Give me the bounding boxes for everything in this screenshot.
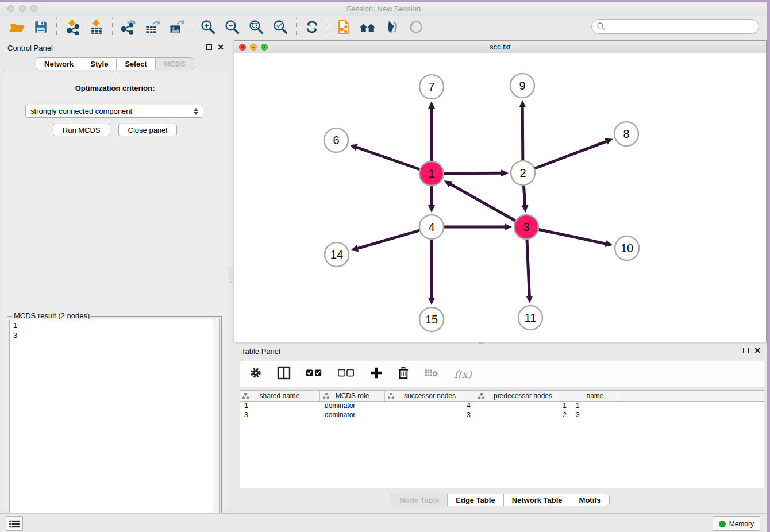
mcds-result-fieldset: MCDS result (2 nodes) 1 3	[7, 316, 222, 532]
run-mcds-button[interactable]: Run MCDS	[53, 124, 110, 136]
table-toolbar: f(x)	[240, 361, 764, 387]
graph-edge-1-6[interactable]	[356, 147, 419, 169]
mcds-result-line: 3	[13, 330, 215, 340]
network-view-window: × − + scc.txt 7968124314101511	[234, 40, 767, 342]
delete-column-button[interactable]	[424, 368, 439, 380]
task-history-button[interactable]	[6, 516, 23, 531]
mcds-panel-body: Optimization criterion: strongly connect…	[2, 72, 228, 508]
vertical-splitter-handle[interactable]	[229, 268, 233, 283]
optimization-criterion-value: strongly connected component	[30, 107, 132, 115]
memory-button[interactable]: Memory	[713, 516, 760, 531]
clone-network-button[interactable]	[332, 17, 356, 37]
select-all-icon	[306, 368, 323, 377]
gear-icon	[249, 367, 262, 379]
export-network-icon	[120, 19, 136, 35]
zoom-in-icon	[200, 19, 216, 35]
tab-style[interactable]: Style	[82, 58, 117, 70]
table-panel-title: Table Panel	[241, 347, 280, 356]
import-table-button[interactable]	[84, 17, 109, 37]
delete-row-button[interactable]	[398, 367, 409, 381]
toolbar-separator	[112, 18, 113, 36]
graph-node-label-1: 1	[428, 167, 434, 180]
zoom-fit-button[interactable]	[244, 17, 268, 37]
add-icon	[370, 367, 383, 379]
graph-edge-2-9[interactable]	[522, 107, 523, 160]
optimization-criterion-select[interactable]: strongly connected component	[25, 105, 203, 118]
close-panel-button[interactable]: Close panel	[118, 124, 178, 136]
toolbar-separator	[328, 18, 328, 36]
search-input[interactable]	[606, 21, 759, 32]
mcds-result-text[interactable]: 1 3	[9, 319, 220, 532]
float-panel-icon[interactable]	[206, 44, 212, 50]
export-network-button[interactable]	[116, 17, 140, 37]
network-canvas[interactable]: 7968124314101511	[234, 53, 766, 342]
tab-network[interactable]: Network	[36, 58, 82, 70]
export-image-button[interactable]	[164, 17, 188, 37]
toolbar-separator	[296, 18, 297, 36]
close-panel-icon[interactable]: ✕	[754, 348, 761, 353]
tab-network-table[interactable]: Network Table	[504, 494, 571, 506]
graph-node-label-7: 7	[428, 80, 434, 93]
toolbar-separator	[192, 18, 192, 36]
graph-edge-4-14[interactable]	[357, 230, 419, 249]
network-window-titlebar[interactable]: × − + scc.txt	[234, 41, 766, 53]
zoom-selected-icon	[272, 19, 288, 35]
status-bar: Memory	[0, 513, 767, 532]
show-columns-button[interactable]	[277, 366, 291, 382]
table-header-row: shared name MCDS role successor nodes pr…	[240, 391, 764, 402]
control-panel-title: Control Panel	[7, 44, 53, 52]
column-header[interactable]: shared name	[240, 391, 320, 401]
graph-edge-3-11[interactable]	[527, 240, 529, 296]
hide-details-button[interactable]	[404, 17, 428, 37]
control-panel: Control Panel ✕ Network Style Select MCD…	[0, 41, 230, 511]
memory-label: Memory	[729, 520, 754, 528]
graph-edge-2-8[interactable]	[535, 141, 607, 168]
function-builder-button[interactable]: f(x)	[454, 368, 472, 380]
tab-node-table[interactable]: Node Table	[391, 494, 448, 506]
graph-edge-1-2[interactable]	[444, 173, 502, 174]
zoom-out-button[interactable]	[220, 17, 244, 37]
export-table-button[interactable]	[140, 17, 164, 37]
control-panel-tabs: Network Style Select MCDS	[0, 57, 230, 70]
first-neighbors-button[interactable]	[356, 17, 380, 37]
graph-node-label-15: 15	[425, 313, 438, 326]
tab-mcds[interactable]: MCDS	[156, 58, 194, 70]
search-box[interactable]	[591, 19, 759, 34]
memory-status-icon	[719, 521, 726, 527]
column-header[interactable]: name	[571, 391, 619, 401]
graphics-details-button[interactable]	[380, 17, 404, 37]
tab-edge-table[interactable]: Edge Table	[448, 494, 503, 506]
save-session-button[interactable]	[29, 17, 53, 37]
graph-node-label-10: 10	[621, 242, 633, 255]
trash-icon	[398, 367, 409, 379]
table-row[interactable]: 1 dominator 4 1 1	[240, 402, 764, 411]
import-network-icon	[64, 19, 80, 35]
open-session-button[interactable]	[5, 17, 29, 37]
import-network-button[interactable]	[60, 17, 84, 37]
graph-edge-3-10[interactable]	[539, 230, 606, 244]
refresh-icon	[305, 20, 319, 34]
close-panel-icon[interactable]: ✕	[217, 44, 224, 50]
add-column-button[interactable]	[370, 367, 383, 381]
zoom-in-button[interactable]	[196, 17, 220, 37]
column-header[interactable]: MCDS role	[320, 391, 385, 401]
column-header[interactable]: successor nodes	[385, 391, 475, 401]
graph-edge-3-1[interactable]	[450, 184, 515, 221]
scrollbar[interactable]	[213, 319, 219, 531]
refresh-button[interactable]	[300, 17, 324, 37]
graph-edge-2-3[interactable]	[523, 186, 525, 206]
select-all-button[interactable]	[306, 368, 323, 380]
select-stepper-icon	[194, 108, 198, 115]
table-row[interactable]: 3 dominator 3 2 3	[240, 411, 764, 420]
deselect-all-button[interactable]	[338, 368, 355, 380]
zoom-selected-button[interactable]	[268, 17, 292, 37]
graph-node-label-11: 11	[525, 311, 537, 324]
tab-motifs[interactable]: Motifs	[571, 494, 609, 506]
export-image-icon	[168, 19, 184, 35]
table-panel: Table Panel ✕	[234, 345, 767, 511]
column-header[interactable]: predecessor nodes	[475, 391, 571, 401]
table-settings-button[interactable]	[249, 367, 262, 381]
first-neighbors-icon	[359, 20, 376, 34]
tab-select[interactable]: Select	[117, 58, 155, 70]
float-panel-icon[interactable]	[743, 348, 749, 353]
